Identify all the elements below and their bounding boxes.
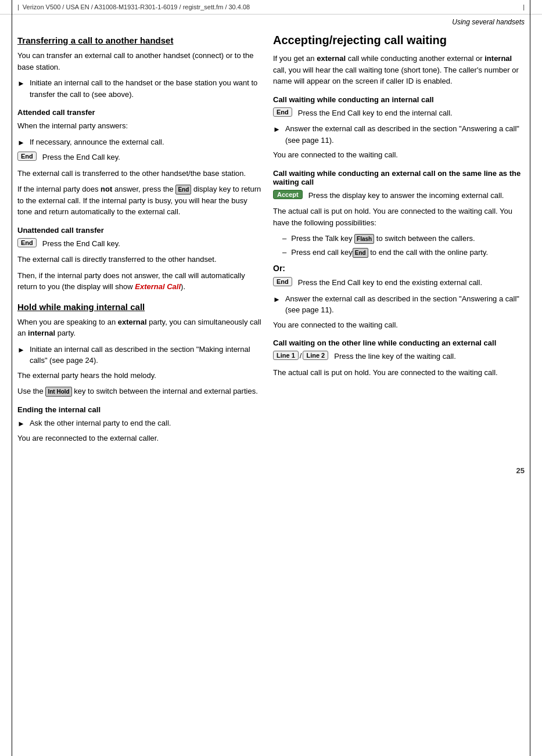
para-when-answers: When the internal party answers: — [17, 120, 261, 132]
key-desc-existing: Press the End Call key to end the existi… — [298, 277, 525, 289]
subsection-other-line: Call waiting on the other line while con… — [273, 339, 525, 378]
key-desc-1: Press the End Call key. — [42, 152, 261, 163]
para-transferring-intro: You can transfer an external call to ano… — [17, 50, 261, 73]
heading-attended: Attended call transfer — [17, 108, 261, 117]
bullet-text-3: Initiate an internal call as described i… — [30, 344, 261, 366]
page-right-label: Using several handsets — [0, 15, 542, 27]
heading-hold: Hold while making internal call — [17, 302, 261, 312]
heading-external-same-line: Call waiting while conducting an externa… — [273, 169, 525, 186]
left-column: Transferring a call to another handset Y… — [17, 33, 261, 449]
bullet-arrow-4: ► — [17, 418, 25, 430]
inline-end-key: End — [175, 185, 191, 195]
para-reconnected: You are reconnected to the external call… — [17, 433, 261, 444]
page-container: | Verizon V500 / USA EN / A31008-M1931-R… — [0, 0, 542, 756]
bullet-text-4: Ask the other internal party to end the … — [30, 417, 261, 430]
subsection-attended: Attended call transfer When the internal… — [17, 108, 261, 218]
section-hold: Hold while making internal call When you… — [17, 302, 261, 444]
bullet-answer-internal: ► Answer the external call as described … — [273, 123, 525, 146]
flash-key: Flash — [354, 234, 374, 244]
bullet-announce: ► If necessary, announce the external ca… — [17, 136, 261, 149]
bullet-arrow-2: ► — [17, 137, 25, 149]
inthold-key: Int Hold — [45, 387, 71, 397]
bullet-arrow-6: ► — [273, 294, 281, 316]
para-auto-return: Then, if the internal party does not ans… — [17, 270, 261, 293]
para-directly-transferred: The external call is directly transferre… — [17, 254, 261, 265]
para-hold-intro: When you are speaking to an external par… — [17, 316, 261, 339]
para-connected-waiting-2: You are connected to the waiting call. — [273, 319, 525, 331]
para-if-not-answer: If the internal party does not answer, p… — [17, 183, 261, 218]
para-use-key: Use the Int Hold key to switch between t… — [17, 386, 261, 397]
key-desc-internal: Press the End Call key to end the intern… — [298, 107, 525, 119]
key-desc-accept: Press the display key to answer the inco… — [308, 190, 525, 201]
accept-key: Accept — [273, 190, 303, 199]
key-row-accept: Accept Press the display key to answer t… — [273, 190, 525, 201]
bullet-arrow-3: ► — [17, 344, 25, 366]
subsection-unattended: Unattended call transfer End Press the E… — [17, 226, 261, 293]
para-actual-put-hold: The actual call is put on hold. You are … — [273, 206, 525, 228]
para-actual-hold-other: The actual call is put on hold. You are … — [273, 367, 525, 379]
page-number: 25 — [0, 460, 542, 481]
bullet-ask-end: ► Ask the other internal party to end th… — [17, 417, 261, 430]
para-connected-waiting-1: You are connected to the waiting call. — [273, 149, 525, 161]
para-hold-melody: The external party hears the hold melody… — [17, 370, 261, 381]
key-desc-line: Press the line key of the waiting call. — [334, 351, 525, 362]
line1-key: Line 1 — [273, 351, 299, 360]
end-key-inline: End — [353, 248, 368, 258]
bullet-text-2: If necessary, announce the external call… — [30, 136, 261, 149]
section-call-waiting: Accepting/rejecting call waiting If you … — [273, 33, 525, 378]
bullet-initiate-internal: ► Initiate an internal call to the hands… — [17, 77, 261, 100]
right-border — [530, 0, 530, 756]
header-bar: | Verizon V500 / USA EN / A31008-M1931-R… — [0, 0, 542, 15]
right-column: Accepting/rejecting call waiting If you … — [273, 33, 525, 449]
header-left: | Verizon V500 / USA EN / A31008-M1931-R… — [17, 3, 250, 10]
subsection-external-same-line: Call waiting while conducting an externa… — [273, 169, 525, 331]
para-call-waiting-intro: If you get an external call while conduc… — [273, 53, 525, 87]
bullet-arrow-1: ► — [17, 78, 25, 100]
left-border — [12, 0, 12, 756]
key-row-end-1: End Press the End Call key. — [17, 152, 261, 163]
heading-ending: Ending the internal call — [17, 405, 261, 414]
bullet-text-1: Initiate an internal call to the handset… — [30, 77, 261, 100]
heading-call-waiting: Accepting/rejecting call waiting — [273, 33, 525, 47]
end-key-existing: End — [273, 277, 292, 286]
line-keys: Line 1 / Line 2 — [273, 351, 328, 360]
header-pipe-right: | — [523, 3, 525, 10]
header-pipe-left: | — [17, 3, 19, 10]
heading-unattended: Unattended call transfer — [17, 226, 261, 235]
header-text: Verizon V500 / USA EN / A31008-M1931-R30… — [23, 3, 250, 10]
bullet-answer-external: ► Answer the external call as described … — [273, 293, 525, 316]
or-label: Or: — [273, 262, 525, 275]
bullet-arrow-5: ► — [273, 124, 281, 146]
subsection-internal-call-waiting: Call waiting while conducting an interna… — [273, 95, 525, 161]
heading-internal-waiting: Call waiting while conducting an interna… — [273, 95, 525, 104]
line2-key: Line 2 — [303, 351, 328, 360]
para-transferred: The external call is transferred to the … — [17, 168, 261, 179]
heading-other-line: Call waiting on the other line while con… — [273, 339, 525, 347]
key-row-end-internal: End Press the End Call key to end the in… — [273, 107, 525, 119]
key-row-end-existing: End Press the End Call key to end the ex… — [273, 277, 525, 289]
dash-item-2: – Press end call keyEnd to end the call … — [282, 247, 525, 258]
subsection-ending: Ending the internal call ► Ask the other… — [17, 405, 261, 444]
end-key-internal: End — [273, 107, 292, 117]
end-key-1: End — [17, 152, 37, 161]
bullet-initiate-internal-2: ► Initiate an internal call as described… — [17, 344, 261, 366]
bullet-text-6: Answer the external call as described in… — [285, 293, 525, 316]
key-row-line: Line 1 / Line 2 Press the line key of th… — [273, 351, 525, 362]
dash-item-1: – Press the Talk key Flash to switch bet… — [282, 233, 525, 244]
key-desc-2: Press the End Call key. — [42, 238, 261, 250]
end-key-2: End — [17, 238, 37, 247]
content-area: Transferring a call to another handset Y… — [0, 27, 542, 460]
section-transferring: Transferring a call to another handset Y… — [17, 35, 261, 293]
bullet-text-5: Answer the external call as described in… — [285, 123, 525, 146]
heading-transferring: Transferring a call to another handset — [17, 35, 261, 45]
key-row-end-2: End Press the End Call key. — [17, 238, 261, 250]
